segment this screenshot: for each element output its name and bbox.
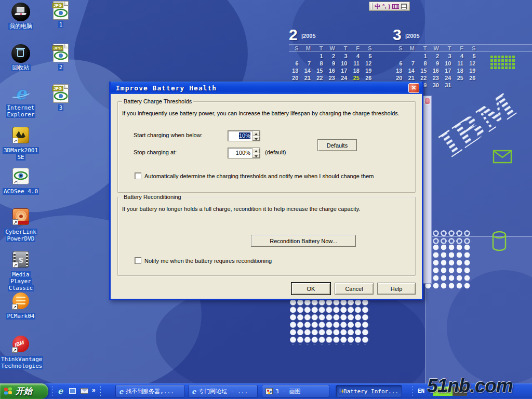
calendar-date: 12 <box>466 60 478 67</box>
desktop-icon-thinkvantage[interactable]: IBM↗ ThinkVantage Technologies <box>0 335 42 369</box>
ime-menu-icon[interactable] <box>401 4 407 9</box>
calendar-date: 16 <box>326 67 338 74</box>
spin-down-icon[interactable] <box>252 136 260 141</box>
quicklaunch-show-desktop-icon[interactable] <box>67 386 77 396</box>
task-button-label: 专门网论坛 - ... <box>198 388 248 395</box>
calendar-date: 7 <box>405 60 418 67</box>
icon-label: 3DMark2001 SE <box>3 147 39 161</box>
fullhalf-width-icon[interactable]: ) <box>388 4 390 9</box>
auto-thresholds-checkbox[interactable] <box>135 172 141 179</box>
notify-reconditioning-checkbox[interactable] <box>135 257 141 264</box>
calendar-date: 2 <box>326 52 338 60</box>
quicklaunch-ie-icon[interactable]: e <box>55 386 65 396</box>
3dmark-icon: ↗ <box>12 127 29 143</box>
calendar-date: 24 <box>338 74 350 82</box>
ie-icon: e <box>192 388 196 395</box>
calendar-date: 2 <box>430 52 442 60</box>
jpg-file-icon: JPG <box>53 1 69 20</box>
battery-icon <box>339 388 341 395</box>
icon-label: 1 <box>58 21 64 28</box>
desktop-icon-3dmark2001[interactable]: ↗ 3DMark2001 SE <box>0 126 42 161</box>
chinese-mode-icon[interactable]: 中 <box>375 4 380 9</box>
calendar-date: 5 <box>362 52 375 60</box>
cancel-button[interactable]: Cancel <box>335 283 374 295</box>
icon-label: 2 <box>58 64 64 71</box>
dialog-title-bar[interactable]: Improve Battery Health ✕ <box>111 82 422 94</box>
calendar-date: 9 <box>326 60 338 67</box>
spin-down-icon[interactable] <box>252 153 260 158</box>
calendar-weekday-row: SMTWTFS <box>289 45 377 52</box>
desktop-icon-internet-explorer[interactable]: e Internet Explorer <box>0 84 42 118</box>
soft-keyboard-icon[interactable] <box>392 4 399 9</box>
desktop-icon-jpg-2[interactable]: JPG 2 <box>41 44 81 71</box>
start-charging-value: 10% <box>239 132 250 139</box>
calendar-date: 15 <box>417 67 430 74</box>
quicklaunch-overflow-chevron[interactable]: » <box>92 387 96 394</box>
calendar-weekday: F <box>454 45 467 52</box>
dialog-title: Improve Battery Health <box>116 84 408 92</box>
spin-up-icon[interactable] <box>252 131 260 136</box>
background-window-edge[interactable] <box>423 96 432 284</box>
calendar-date: 21 <box>301 74 314 82</box>
task-button-server-not-found[interactable]: e 找不到服务器,... <box>115 385 185 397</box>
calendar-date: 3 <box>338 52 350 60</box>
desktop-icon-acdsee[interactable]: ↗ ACDSee 4.0 <box>0 167 42 195</box>
calendar-date: 30 <box>430 82 442 89</box>
powerdvd-icon: ↗ <box>12 208 29 225</box>
taskbar-separator <box>412 385 414 397</box>
desktop-icon-powerdvd[interactable]: ↗ CyberLink PowerDVD <box>0 207 42 242</box>
close-icon[interactable]: ✕ <box>408 83 419 93</box>
start-button[interactable]: 开始 <box>0 383 48 399</box>
desktop-icon-jpg-1[interactable]: JPG 1 <box>41 1 81 28</box>
icon-label: 3 <box>58 104 64 111</box>
battery-reconditioning-group: Battery Reconditioning If your battery n… <box>117 197 416 276</box>
calendar-date: 10 <box>338 60 350 67</box>
background-window-close-icon[interactable] <box>424 98 430 104</box>
calendar-weekday: T <box>338 45 350 52</box>
calendar-date: 14 <box>301 67 314 74</box>
task-button-battery-information[interactable]: Battery Infor... <box>336 385 402 397</box>
desktop-icon-media-player-classic[interactable]: s↗ Media Player Classic <box>0 250 42 291</box>
task-button-label: 找不到服务器,... <box>126 388 174 395</box>
ie-icon: e <box>119 388 123 395</box>
desktop-icon-my-computer[interactable]: 我的电脑 <box>0 3 42 30</box>
language-indicator[interactable]: EN <box>418 388 424 394</box>
desktop-icon-jpg-3[interactable]: JPG 3 <box>41 84 81 111</box>
desktop-icon-pcmark04[interactable]: ↗ PCMark04 <box>0 291 42 320</box>
ime-language-bar[interactable]: 中 °, ) <box>369 2 410 11</box>
icon-label: Internet Explorer <box>6 104 36 118</box>
shortcut-arrow-icon: ↗ <box>12 219 18 225</box>
calendar-date <box>454 82 467 89</box>
start-charging-spinner[interactable]: 10% <box>228 130 260 141</box>
defaults-button[interactable]: Defaults <box>317 139 357 151</box>
ok-button[interactable]: OK <box>291 283 330 295</box>
calendar-date: 7 <box>301 60 314 67</box>
shortcut-arrow-icon: ↗ <box>12 304 18 310</box>
calendar-date: 15 <box>313 67 326 74</box>
calendar-date <box>289 52 301 60</box>
calendar-date: 26 <box>362 74 375 82</box>
desktop-icon-recycle-bin[interactable]: 回收站 <box>0 44 42 71</box>
quicklaunch-mail-icon[interactable] <box>79 386 89 396</box>
punctuation-icon[interactable]: °, <box>382 4 386 9</box>
help-button[interactable]: Help <box>377 283 416 295</box>
calendar-date: 5 <box>466 52 478 60</box>
calendar-date: 6 <box>289 60 301 67</box>
calendar-date: 1 <box>313 52 326 60</box>
recondition-battery-button[interactable]: Recondition Battery Now... <box>251 235 356 247</box>
improve-battery-health-dialog: Improve Battery Health ✕ Battery Charge … <box>109 82 423 300</box>
calendar-weekday: M <box>301 45 314 52</box>
icon-label: 我的电脑 <box>8 23 33 30</box>
ime-grip-handle[interactable] <box>371 3 373 9</box>
task-button-forum[interactable]: e 专门网论坛 - ... <box>188 385 258 397</box>
spin-up-icon[interactable] <box>252 148 260 153</box>
icon-label: PCMark04 <box>6 313 36 320</box>
icon-label: ThinkVantage Technologies <box>0 356 43 369</box>
my-computer-icon <box>11 3 30 21</box>
calendar-date: 8 <box>417 60 430 67</box>
task-button-paint[interactable]: 3 - 画图 <box>262 385 329 397</box>
thresholds-description: If you infrequently use battery power, y… <box>122 110 400 116</box>
stop-charging-spinner[interactable]: 100% <box>228 148 260 158</box>
calendar-february: 2|2005 SMTWTFS 1234567891011121314151617… <box>289 27 377 89</box>
calendar-weekday: T <box>417 45 430 52</box>
